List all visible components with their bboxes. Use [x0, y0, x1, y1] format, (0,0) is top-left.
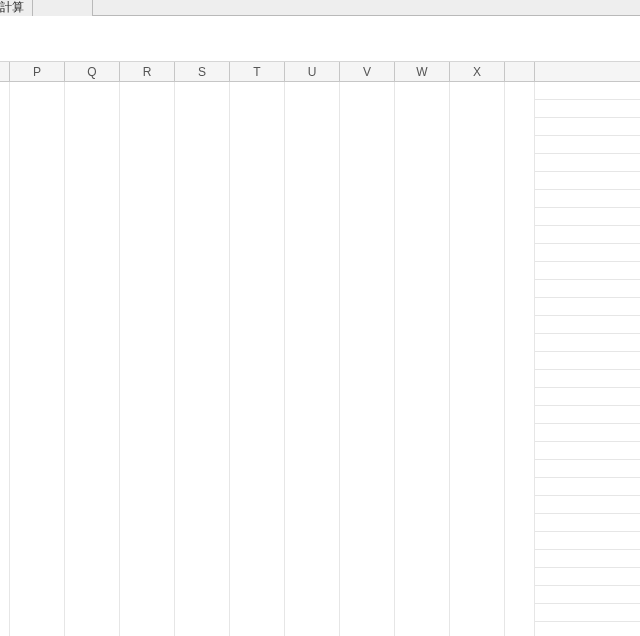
- cell[interactable]: [230, 226, 285, 244]
- cell[interactable]: [450, 532, 505, 550]
- cell[interactable]: [0, 226, 10, 244]
- cell[interactable]: [505, 172, 535, 190]
- cell[interactable]: [230, 154, 285, 172]
- cell[interactable]: [230, 208, 285, 226]
- cell[interactable]: [0, 82, 10, 100]
- cell[interactable]: [10, 460, 65, 478]
- column-header-X[interactable]: X: [450, 62, 505, 81]
- cell[interactable]: [505, 82, 535, 100]
- cell[interactable]: [10, 622, 65, 636]
- cell[interactable]: [0, 100, 10, 118]
- cell[interactable]: [120, 334, 175, 352]
- cell[interactable]: [10, 370, 65, 388]
- cell[interactable]: [120, 370, 175, 388]
- cell[interactable]: [120, 568, 175, 586]
- cell[interactable]: [340, 136, 395, 154]
- cell[interactable]: [340, 316, 395, 334]
- cell[interactable]: [0, 352, 10, 370]
- column-header-T[interactable]: T: [230, 62, 285, 81]
- cell[interactable]: [230, 424, 285, 442]
- cell[interactable]: [230, 334, 285, 352]
- cell[interactable]: [285, 262, 340, 280]
- cell[interactable]: [120, 172, 175, 190]
- cell[interactable]: [10, 190, 65, 208]
- cell[interactable]: [175, 406, 230, 424]
- cell[interactable]: [0, 478, 10, 496]
- cell[interactable]: [120, 442, 175, 460]
- cell[interactable]: [340, 262, 395, 280]
- cell[interactable]: [230, 352, 285, 370]
- cell[interactable]: [0, 244, 10, 262]
- cell[interactable]: [120, 208, 175, 226]
- cell[interactable]: [175, 442, 230, 460]
- cell[interactable]: [285, 136, 340, 154]
- cell[interactable]: [175, 136, 230, 154]
- cell[interactable]: [65, 190, 120, 208]
- cell[interactable]: [505, 244, 535, 262]
- cell[interactable]: [505, 190, 535, 208]
- cell[interactable]: [175, 478, 230, 496]
- cell[interactable]: [120, 514, 175, 532]
- cell[interactable]: [10, 100, 65, 118]
- cell[interactable]: [10, 298, 65, 316]
- cell[interactable]: [10, 586, 65, 604]
- cell[interactable]: [395, 316, 450, 334]
- cell[interactable]: [0, 208, 10, 226]
- cell[interactable]: [0, 496, 10, 514]
- cell[interactable]: [0, 262, 10, 280]
- cell[interactable]: [65, 262, 120, 280]
- cell[interactable]: [65, 604, 120, 622]
- cell[interactable]: [505, 316, 535, 334]
- cell[interactable]: [10, 478, 65, 496]
- cell[interactable]: [285, 118, 340, 136]
- cell[interactable]: [450, 316, 505, 334]
- cell[interactable]: [175, 190, 230, 208]
- cell[interactable]: [230, 622, 285, 636]
- cell[interactable]: [10, 442, 65, 460]
- cell[interactable]: [175, 172, 230, 190]
- cell[interactable]: [450, 298, 505, 316]
- cell[interactable]: [120, 424, 175, 442]
- cell[interactable]: [0, 622, 10, 636]
- cell[interactable]: [340, 622, 395, 636]
- cell[interactable]: [450, 388, 505, 406]
- cell[interactable]: [285, 100, 340, 118]
- cell[interactable]: [0, 568, 10, 586]
- cell[interactable]: [395, 496, 450, 514]
- column-header-U[interactable]: U: [285, 62, 340, 81]
- cell[interactable]: [175, 586, 230, 604]
- cell[interactable]: [120, 190, 175, 208]
- cell[interactable]: [505, 460, 535, 478]
- cell[interactable]: [285, 280, 340, 298]
- cell[interactable]: [65, 82, 120, 100]
- cell[interactable]: [230, 478, 285, 496]
- cell[interactable]: [395, 226, 450, 244]
- cell[interactable]: [340, 604, 395, 622]
- cell[interactable]: [65, 154, 120, 172]
- cell[interactable]: [65, 532, 120, 550]
- cell[interactable]: [10, 136, 65, 154]
- cell[interactable]: [450, 244, 505, 262]
- cell[interactable]: [505, 406, 535, 424]
- cell[interactable]: [230, 370, 285, 388]
- cell[interactable]: [505, 568, 535, 586]
- cell[interactable]: [450, 442, 505, 460]
- cell[interactable]: [0, 532, 10, 550]
- column-header-S[interactable]: S: [175, 62, 230, 81]
- cell[interactable]: [285, 82, 340, 100]
- cell[interactable]: [395, 118, 450, 136]
- cell[interactable]: [285, 586, 340, 604]
- cell[interactable]: [395, 406, 450, 424]
- cell[interactable]: [175, 280, 230, 298]
- cell[interactable]: [230, 262, 285, 280]
- cell[interactable]: [340, 586, 395, 604]
- cell[interactable]: [395, 442, 450, 460]
- cell[interactable]: [230, 406, 285, 424]
- cell[interactable]: [120, 226, 175, 244]
- ribbon-tab-calc[interactable]: 計算: [0, 0, 33, 16]
- cell[interactable]: [340, 100, 395, 118]
- cell[interactable]: [395, 298, 450, 316]
- cell[interactable]: [340, 190, 395, 208]
- cell[interactable]: [395, 154, 450, 172]
- cell[interactable]: [120, 496, 175, 514]
